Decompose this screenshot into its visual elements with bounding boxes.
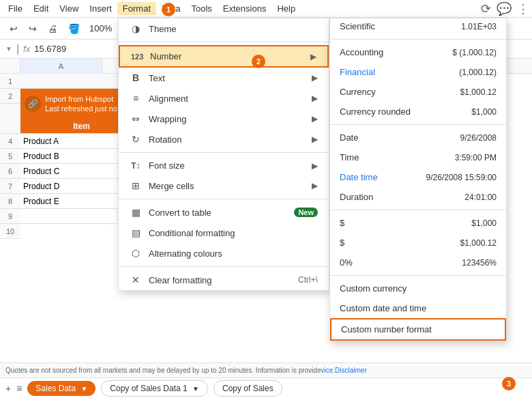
- menu-wrapping[interactable]: ⇔ Wrapping ▶: [119, 109, 329, 129]
- hubspot-icon: 🔗: [25, 96, 41, 112]
- comment-icon[interactable]: 💬: [497, 1, 512, 16]
- circle-3: 3: [502, 377, 516, 390]
- number-icon: 123: [131, 53, 143, 61]
- circle-1: 1: [162, 3, 175, 16]
- menu-file[interactable]: File: [3, 2, 28, 15]
- menu-font-size[interactable]: T↕ Font size ▶: [119, 156, 329, 175]
- num-currency-rounded[interactable]: Currency rounded $1,000: [330, 102, 506, 122]
- paint-format-button[interactable]: 🪣: [64, 21, 84, 36]
- share-icon[interactable]: ⟳: [481, 1, 491, 16]
- menu-extensions[interactable]: Extensions: [218, 2, 272, 15]
- num-date[interactable]: Date 9/26/2008: [330, 128, 506, 147]
- tab-sales-data-dropdown[interactable]: ▼: [80, 385, 87, 393]
- rotation-label: Rotation: [149, 134, 305, 145]
- menu-alternating-colours[interactable]: ⬡ Alternating colours: [119, 243, 329, 264]
- menu-clear-formatting[interactable]: ✕ Clear formatting Ctrl+\: [119, 270, 329, 290]
- num-custom-number[interactable]: Custom number format: [330, 318, 506, 341]
- divider-1: [119, 42, 329, 42]
- wrapping-icon: ⇔: [130, 113, 142, 124]
- font-size-arrow: ▶: [312, 161, 318, 171]
- more-icon[interactable]: ⋮: [517, 1, 529, 16]
- text-label: Text: [149, 73, 305, 83]
- text-arrow: ▶: [312, 73, 318, 83]
- disclaimer-link[interactable]: Disclaimer: [335, 367, 367, 374]
- scientific-value: 1.01E+03: [461, 22, 497, 31]
- num-datetime[interactable]: Date time 9/26/2008 15:59:00: [330, 167, 506, 187]
- num-dollar-2[interactable]: $ $1,000.12: [330, 233, 506, 253]
- tab-copy-sales[interactable]: Copy of Sales: [213, 380, 282, 397]
- number-label: Number: [150, 51, 304, 61]
- row-header-2: 2: [0, 89, 20, 104]
- clear-formatting-shortcut: Ctrl+\: [298, 275, 318, 285]
- disclaimer-bar: Quotes are not sourced from all markets …: [0, 363, 532, 378]
- format-dropdown: ◑ Theme 123 Number ▶ B Text ▶ ≡ Alignmen…: [118, 18, 329, 291]
- num-duration[interactable]: Duration 24:01:00: [330, 187, 506, 207]
- wrapping-label: Wrapping: [149, 114, 305, 124]
- tab-copy-dropdown[interactable]: ▼: [192, 385, 199, 393]
- convert-table-icon: ▦: [130, 207, 142, 218]
- clear-formatting-icon: ✕: [130, 274, 142, 285]
- menu-help[interactable]: Help: [271, 2, 301, 15]
- menu-tools[interactable]: Tools: [186, 2, 217, 15]
- menu-conditional-formatting[interactable]: ▤ Conditional formatting: [119, 223, 329, 243]
- row-header-1: 1: [0, 74, 20, 89]
- divider-4: [119, 266, 329, 267]
- hubspot-subtitle: Last refreshed just no: [45, 104, 117, 113]
- sheets-list-icon[interactable]: ≡: [16, 383, 22, 394]
- menubar: File Edit View Insert Format Data Tools …: [0, 0, 532, 18]
- add-sheet-icon[interactable]: +: [5, 383, 11, 394]
- wrapping-arrow: ▶: [312, 114, 318, 124]
- menu-edit[interactable]: Edit: [28, 2, 54, 15]
- row-header-3: [0, 104, 20, 134]
- scientific-label: Scientific: [340, 21, 375, 31]
- num-custom-datetime[interactable]: Custom date and time: [330, 298, 506, 318]
- undo-button[interactable]: ↩: [5, 21, 22, 36]
- redo-button[interactable]: ↪: [25, 21, 41, 36]
- num-divider-3: [330, 210, 506, 210]
- formula-separator: |: [16, 43, 19, 55]
- num-currency[interactable]: Currency $1,000.12: [330, 82, 506, 102]
- menu-text[interactable]: B Text ▶: [119, 68, 329, 88]
- tab-sales-data[interactable]: Sales Data ▼: [27, 381, 95, 396]
- conditional-formatting-icon: ▤: [130, 227, 142, 238]
- menu-theme[interactable]: ◑ Theme: [119, 18, 329, 39]
- font-size-icon: T↕: [130, 161, 142, 171]
- clear-formatting-label: Clear formatting: [149, 275, 291, 285]
- fx-label: fx: [23, 44, 30, 54]
- alignment-arrow: ▶: [312, 94, 318, 103]
- menu-format[interactable]: Format: [117, 2, 156, 15]
- num-percent[interactable]: 0% 123456%: [330, 253, 506, 272]
- num-divider-4: [330, 275, 506, 276]
- circle-2: 2: [252, 55, 265, 68]
- tab-copy-sales-label: Copy of Sales: [222, 384, 274, 393]
- rotation-arrow: ▶: [312, 134, 318, 144]
- alignment-icon: ≡: [130, 93, 142, 104]
- menu-alignment[interactable]: ≡ Alignment ▶: [119, 88, 329, 109]
- divider-2: [119, 152, 329, 153]
- menu-number[interactable]: 123 Number ▶: [119, 45, 329, 68]
- row-header-10: 10: [0, 224, 20, 239]
- alignment-label: Alignment: [149, 94, 305, 104]
- disclaimer-service-link[interactable]: vice.: [321, 367, 335, 374]
- theme-icon: ◑: [130, 23, 142, 34]
- num-financial[interactable]: Financial (1,000.12): [330, 62, 506, 82]
- number-submenu: Scientific 1.01E+03 Accounting $ (1,000.…: [329, 18, 507, 341]
- num-accounting[interactable]: Accounting $ (1,000.12): [330, 42, 506, 62]
- row-header-6: 6: [0, 164, 20, 179]
- menu-convert-table[interactable]: ▦ Convert to table New: [119, 202, 329, 223]
- zoom-level: 100%: [87, 23, 115, 33]
- divider-3: [119, 199, 329, 199]
- print-button[interactable]: 🖨: [44, 21, 61, 36]
- num-divider-1: [330, 39, 506, 40]
- num-dollar-1[interactable]: $ $1,000: [330, 213, 506, 233]
- convert-table-label: Convert to table: [149, 208, 287, 218]
- menu-rotation[interactable]: ↻ Rotation ▶: [119, 129, 329, 150]
- alternating-colours-icon: ⬡: [130, 248, 142, 259]
- tab-copy-sales-data-1[interactable]: Copy of Sales Data 1 ▼: [101, 380, 208, 397]
- num-custom-currency[interactable]: Custom currency: [330, 279, 506, 298]
- menu-merge-cells[interactable]: ⊞ Merge cells ▶: [119, 175, 329, 196]
- menu-view[interactable]: View: [54, 2, 84, 15]
- num-time[interactable]: Time 3:59:00 PM: [330, 147, 506, 167]
- menu-insert[interactable]: Insert: [84, 2, 117, 15]
- num-item-scientific: Scientific 1.01E+03: [330, 18, 506, 36]
